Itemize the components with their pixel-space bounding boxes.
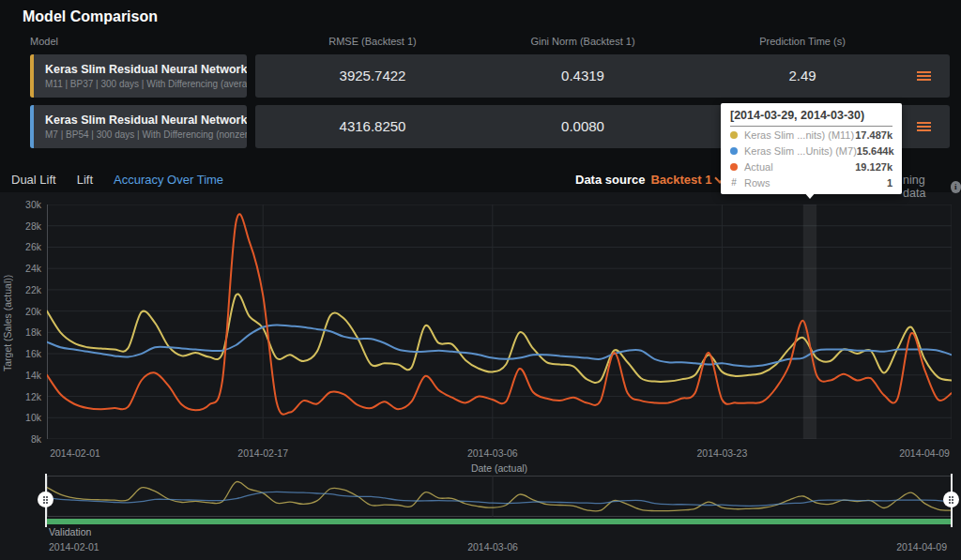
validation-range-bar xyxy=(47,519,952,524)
tooltip-row: Keras Slim ...Units) (M7)15.644k xyxy=(730,143,892,159)
model-name-text: Keras Slim Residual Neural Network Regre… xyxy=(45,114,247,127)
y-tick-label: 22k xyxy=(11,284,41,295)
hash-icon: # xyxy=(730,177,738,188)
y-tick-label: 10k xyxy=(11,412,41,423)
tooltip-series-value: 17.487k xyxy=(855,129,892,141)
navigator-left-drag-handle[interactable] xyxy=(38,492,53,507)
tooltip-series-label: Keras Slim ...nits) (M11) xyxy=(744,129,854,141)
y-tick-label: 24k xyxy=(11,263,41,274)
column-header-prediction-time: Prediction Time (s) xyxy=(699,36,906,47)
tooltip-series-value: 15.644k xyxy=(857,145,894,157)
legend-dot-icon xyxy=(730,131,738,139)
range-navigator-chart[interactable] xyxy=(47,476,952,517)
model-cell-m7[interactable]: Keras Slim Residual Neural Network Regre… xyxy=(30,105,247,148)
view-tabs: Dual Lift Lift Accuracy Over Time xyxy=(11,173,223,187)
legend-dot-icon xyxy=(730,163,738,171)
navigator-tick: 2014-03-06 xyxy=(453,541,532,552)
training-data-text: ning data xyxy=(903,174,946,200)
x-tick-label: 2014-02-17 xyxy=(223,447,302,459)
tooltip-series-value: 1 xyxy=(887,177,892,189)
tooltip-series-label: Actual xyxy=(744,161,773,173)
gini-value: 0.4319 xyxy=(489,54,677,98)
y-tick-label: 8k xyxy=(11,433,41,445)
navigator-series-line-0 xyxy=(47,481,952,511)
legend-dot-icon xyxy=(730,147,738,155)
y-tick-label: 12k xyxy=(11,391,41,402)
prediction-time-value: 2.49 xyxy=(709,54,896,98)
x-tick-label: 2014-02-01 xyxy=(36,447,114,459)
model-name-text: Keras Slim Residual Neural Network Regre… xyxy=(45,63,247,76)
row-menu-icon[interactable] xyxy=(917,71,931,81)
tooltip-row: Actual19.127k xyxy=(730,159,892,174)
column-header-rmse: RMSE (Backtest 1) xyxy=(255,36,490,47)
y-tick-label: 28k xyxy=(11,220,41,232)
tooltip-row: Keras Slim ...nits) (M11)17.487k xyxy=(730,127,892,143)
data-source-value: Backtest 1 xyxy=(650,173,711,187)
metrics-cell: 3925.7422 0.4319 2.49 xyxy=(255,54,950,98)
tooltip-row: #Rows1 xyxy=(730,174,892,190)
chart-tooltip: [2014-03-29, 2014-03-30) Keras Slim ...n… xyxy=(721,103,902,194)
y-tick-label: 26k xyxy=(11,241,41,252)
model-cell-m11[interactable]: Keras Slim Residual Neural Network Regre… xyxy=(30,54,247,98)
accuracy-over-time-chart[interactable] xyxy=(47,204,952,439)
y-tick-label: 30k xyxy=(11,199,41,210)
y-tick-label: 16k xyxy=(11,348,41,359)
validation-label: Validation xyxy=(49,526,91,537)
page-title: Model Comparison xyxy=(23,8,158,25)
model-meta: M7 | BP54 | 300 days | With Differencing… xyxy=(45,129,247,140)
tooltip-caret xyxy=(803,191,816,199)
tab-dual-lift[interactable]: Dual Lift xyxy=(11,173,56,187)
tooltip-date-range: [2014-03-29, 2014-03-30) xyxy=(730,109,892,127)
navigator-series-line-1 xyxy=(47,492,952,506)
data-source-dropdown[interactable]: Backtest 1 xyxy=(650,173,724,187)
y-tick-label: 20k xyxy=(11,306,41,317)
tab-accuracy-over-time[interactable]: Accuracy Over Time xyxy=(114,173,223,187)
x-tick-label: 2014-03-23 xyxy=(682,447,761,459)
info-icon[interactable]: i xyxy=(951,181,961,193)
column-header-model: Model xyxy=(30,36,58,47)
rmse-value: 4316.8250 xyxy=(279,105,466,148)
model-comparison-page: Model Comparison Model RMSE (Backtest 1)… xyxy=(0,0,961,560)
rmse-value: 3925.7422 xyxy=(279,54,466,98)
navigator-right-drag-handle[interactable] xyxy=(943,492,959,507)
y-tick-label: 14k xyxy=(11,370,41,381)
row-menu-icon[interactable] xyxy=(917,122,931,131)
model-name: Keras Slim Residual Neural Network Regre… xyxy=(45,63,247,76)
training-data-label-fragment: ning data i xyxy=(903,174,961,200)
model-accent-bar xyxy=(30,54,34,98)
x-tick-label: 2014-03-06 xyxy=(453,447,532,459)
x-tick-label: 2014-04-09 xyxy=(885,447,961,459)
tooltip-series-value: 19.127k xyxy=(855,161,892,173)
model-name: Keras Slim Residual Neural Network Regre… xyxy=(45,114,247,127)
navigator-tick: 2014-02-01 xyxy=(49,541,99,552)
tooltip-series-label: Keras Slim ...Units) (M7) xyxy=(744,145,857,157)
model-meta: M11 | BP37 | 300 days | With Differencin… xyxy=(45,79,247,89)
table-row: Keras Slim Residual Neural Network Regre… xyxy=(0,54,961,98)
gini-value: 0.0080 xyxy=(489,105,677,148)
tooltip-series-label: Rows xyxy=(744,177,770,189)
tab-lift[interactable]: Lift xyxy=(77,173,93,187)
model-accent-bar xyxy=(30,105,34,148)
x-axis-title: Date (actual) xyxy=(460,462,539,474)
column-header-gini: Gini Norm (Backtest 1) xyxy=(465,36,700,47)
y-tick-label: 18k xyxy=(11,326,41,338)
navigator-tick: 2014-04-09 xyxy=(872,541,947,552)
data-source-label: Data source xyxy=(575,173,645,187)
hover-highlight-band xyxy=(803,204,816,439)
tooltip-rows: Keras Slim ...nits) (M11)17.487kKeras Sl… xyxy=(730,127,892,190)
